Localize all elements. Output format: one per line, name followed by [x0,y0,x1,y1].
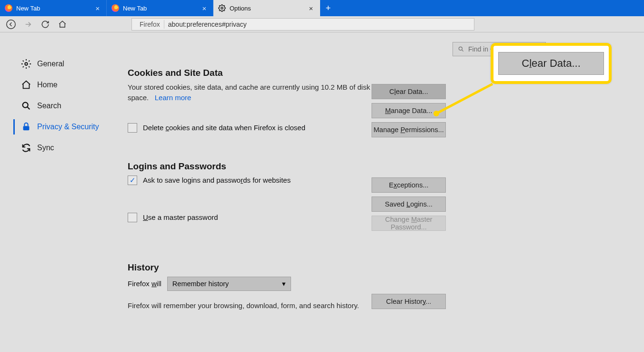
svg-point-0 [221,7,223,9]
sidebar-item-search[interactable]: Search [0,95,115,116]
url-text: about:preferences#privacy [168,21,247,28]
sync-icon [21,143,31,153]
checkbox-label: Use a master password [143,213,218,221]
gear-icon [21,59,31,69]
sidebar-item-general[interactable]: General [0,53,115,74]
checkbox-label: Delete cookies and site data when Firefo… [143,124,305,132]
search-icon [458,46,464,52]
reload-button[interactable] [40,19,50,30]
preferences-sidebar: General Home Search Privacy & Security S… [0,32,115,352]
svg-rect-4 [23,126,30,130]
svg-point-1 [7,20,15,28]
tab-title: New Tab [16,5,90,12]
close-icon[interactable]: × [201,4,208,12]
use-master-password-checkbox[interactable] [128,213,137,222]
tab-title: New Tab [123,5,197,12]
svg-point-5 [459,47,462,50]
lock-icon [21,122,31,132]
home-button[interactable] [57,19,68,30]
sidebar-item-home[interactable]: Home [0,74,115,95]
search-icon [21,101,31,111]
browser-tab-options[interactable]: Options × [213,0,320,16]
new-tab-button[interactable]: + [320,0,336,16]
section-title: Logins and Passwords [128,161,625,172]
url-bar[interactable]: Firefox about:preferences#privacy [131,18,474,31]
close-icon[interactable]: × [94,4,101,12]
browser-tab-1[interactable]: New Tab × [0,0,107,16]
close-icon[interactable]: × [307,4,315,12]
gear-icon [218,4,226,12]
delete-cookies-on-close-checkbox[interactable] [128,123,137,133]
history-mode-select[interactable]: Remember history ▾ [167,277,291,291]
tab-bar: New Tab × New Tab × Options × + [0,0,644,16]
home-icon [21,80,31,90]
ask-to-save-checkbox[interactable]: ✓ [128,176,137,185]
section-history: History Firefox will Remember history ▾ … [128,262,625,311]
select-value: Remember history [172,280,229,288]
forward-button[interactable] [23,19,33,30]
separator [164,20,164,29]
saved-logins-button[interactable]: Saved Logins... [372,197,446,212]
back-button[interactable] [6,19,16,30]
sidebar-item-privacy[interactable]: Privacy & Security [0,116,115,137]
annotation-dot [433,111,439,116]
clear-history-button[interactable]: Clear History... [372,294,446,309]
sidebar-item-sync[interactable]: Sync [0,137,115,158]
history-label: Firefox will [128,280,161,288]
firefox-icon [5,4,12,12]
change-master-password-button: Change Master Password... [372,216,446,231]
svg-point-3 [23,103,28,108]
manage-permissions-button[interactable]: Manage Permissions... [372,122,446,137]
section-title: History [128,262,625,273]
browser-tab-2[interactable]: New Tab × [107,0,213,16]
sidebar-item-label: Privacy & Security [21,123,99,131]
callout-highlight: Clear Data... [491,43,612,84]
section-logins: Logins and Passwords ✓ Ask to save login… [128,161,625,222]
exceptions-button[interactable]: Exceptions... [372,177,446,193]
tab-title: Options [230,5,303,12]
history-desc: Firefox will remember your browsing, dow… [128,300,394,311]
svg-point-2 [25,62,28,65]
checkbox-label: Ask to save logins and passwords for web… [143,176,291,184]
firefox-icon [111,4,119,12]
nav-toolbar: Firefox about:preferences#privacy [0,16,644,32]
identity-label: Firefox [140,21,160,28]
callout-clear-data-button: Clear Data... [498,52,604,75]
chevron-down-icon: ▾ [282,280,286,288]
clear-data-button[interactable]: Clear Data... [372,84,446,99]
learn-more-link[interactable]: Learn more [155,93,191,102]
section-description: Your stored cookies, site data, and cach… [128,82,371,103]
